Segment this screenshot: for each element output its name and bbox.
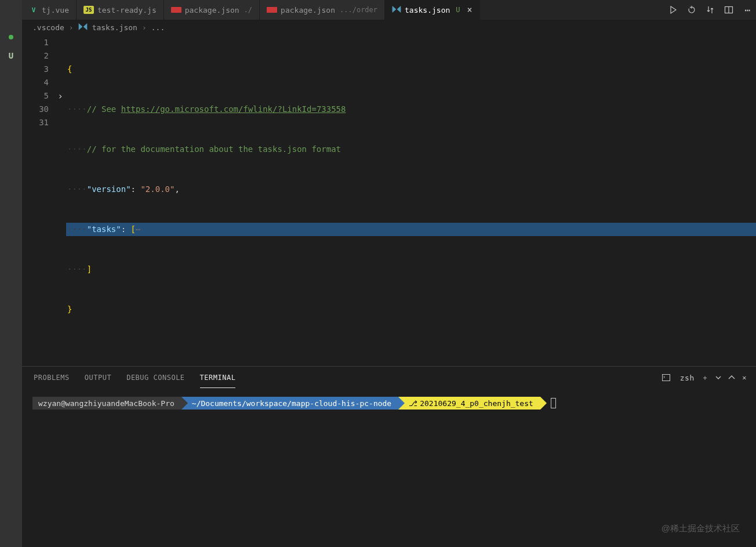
- panel-tab-terminal[interactable]: TERMINAL: [200, 368, 236, 388]
- bottom-panel: PROBLEMS OUTPUT DEBUG CONSOLE TERMINAL z…: [22, 366, 756, 547]
- close-icon[interactable]: ×: [467, 5, 472, 15]
- revert-icon[interactable]: [686, 5, 697, 15]
- fold-gutter: ›: [54, 35, 66, 366]
- activity-bar: U: [0, 0, 22, 547]
- terminal-prompt: wzyan@wangzhiyuandeMacBook-Pro ~/Documen…: [32, 397, 746, 410]
- shell-name[interactable]: zsh: [680, 374, 695, 382]
- npm-icon: [171, 7, 181, 13]
- panel-tab-debug-console[interactable]: DEBUG CONSOLE: [126, 368, 184, 387]
- js-icon: JS: [83, 6, 94, 14]
- tab-dir: .../order: [340, 6, 377, 14]
- vue-icon: V: [29, 5, 38, 15]
- svg-rect-2: [662, 375, 670, 381]
- line-number-gutter: 1 2 3 4 5 30 31: [22, 35, 54, 366]
- panel-tab-problems[interactable]: PROBLEMS: [34, 368, 70, 387]
- chevron-right-icon: ›: [69, 23, 74, 32]
- breadcrumb-file[interactable]: tasks.json: [92, 23, 137, 32]
- tab-test-ready-js[interactable]: JS test-ready.js: [77, 0, 164, 20]
- maximize-panel-icon[interactable]: [728, 374, 735, 381]
- close-panel-icon[interactable]: ✕: [742, 374, 747, 382]
- vscode-json-icon: [78, 22, 88, 33]
- panel-tab-output[interactable]: OUTPUT: [85, 368, 111, 387]
- terminal-cursor: [551, 398, 556, 408]
- prompt-user-host: wzyan@wangzhiyuandeMacBook-Pro: [32, 397, 181, 410]
- tab-status: U: [456, 6, 460, 14]
- untracked-marker: U: [9, 51, 13, 60]
- tab-label: package.json: [185, 6, 239, 15]
- vscode-json-icon: [392, 5, 401, 16]
- code-editor[interactable]: 1 2 3 4 5 30 31 › { ····// See https://g…: [22, 35, 756, 366]
- editor-tabs: V tj.vue JS test-ready.js package.json .…: [22, 0, 756, 20]
- tab-package-json-root[interactable]: package.json ./: [164, 0, 260, 20]
- editor-actions: ⋯: [668, 0, 753, 20]
- fold-chevron-icon[interactable]: ›: [54, 89, 66, 103]
- tab-tj-vue[interactable]: V tj.vue: [22, 0, 77, 20]
- diff-icon[interactable]: [705, 5, 715, 15]
- code-content[interactable]: { ····// See https://go.microsoft.com/fw…: [66, 35, 756, 366]
- tab-tasks-json[interactable]: tasks.json U ×: [385, 0, 480, 20]
- prompt-cwd: ~/Documents/workspace/mapp-cloud-his-pc-…: [181, 397, 398, 410]
- breadcrumb-trail[interactable]: ...: [151, 23, 165, 32]
- breadcrumb[interactable]: .vscode › tasks.json › ...: [22, 20, 756, 35]
- tab-dir: ./: [244, 6, 252, 14]
- more-icon[interactable]: ⋯: [742, 5, 753, 15]
- git-branch-icon: ⎇: [409, 399, 417, 408]
- chevron-down-icon[interactable]: [715, 375, 721, 381]
- tab-label: tasks.json: [405, 6, 450, 15]
- new-terminal-icon[interactable]: ＋: [702, 373, 709, 383]
- split-editor-icon[interactable]: [724, 5, 734, 15]
- terminal-profile-icon[interactable]: [662, 373, 671, 382]
- tab-label: tj.vue: [42, 6, 69, 15]
- panel-tabs: PROBLEMS OUTPUT DEBUG CONSOLE TERMINAL z…: [22, 367, 756, 389]
- modified-marker-icon: [9, 35, 13, 39]
- tab-label: package.json: [281, 6, 335, 15]
- run-icon[interactable]: [668, 5, 678, 15]
- tab-label: test-ready.js: [97, 6, 157, 15]
- breadcrumb-folder[interactable]: .vscode: [32, 23, 64, 32]
- watermark: @稀土掘金技术社区: [662, 523, 740, 534]
- chevron-right-icon: ›: [142, 23, 147, 32]
- npm-icon: [267, 7, 277, 13]
- terminal-body[interactable]: wzyan@wangzhiyuandeMacBook-Pro ~/Documen…: [22, 389, 756, 547]
- prompt-branch: ⎇20210629_4_p0_chenjh_test: [398, 397, 540, 410]
- tab-package-json-order[interactable]: package.json .../order: [260, 0, 385, 20]
